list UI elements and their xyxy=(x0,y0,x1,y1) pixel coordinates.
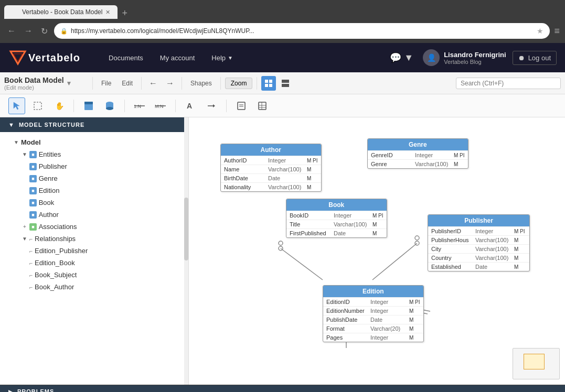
svg-rect-3 xyxy=(269,80,272,83)
publisher-row-3: City Varchar(100) M xyxy=(428,244,529,253)
forward-button[interactable]: → xyxy=(22,24,35,38)
publisher-icon: ■ xyxy=(29,163,37,170)
entities-collapse-icon[interactable]: ▼ xyxy=(21,151,28,158)
author-table[interactable]: Author AuthorID Integer M PI Name Varcha… xyxy=(220,144,322,192)
nav-help[interactable]: Help ▼ xyxy=(204,50,240,66)
pan-tool[interactable]: ✋ xyxy=(50,97,67,114)
publisher-table[interactable]: Publisher PublisherID Integer M PI Publi… xyxy=(428,214,530,271)
sidebar-item-model[interactable]: ▼ Model xyxy=(0,136,188,148)
undo-button[interactable]: ← xyxy=(146,77,161,90)
text-tool[interactable]: A xyxy=(182,97,199,114)
sidebar-content: ▼ Model ▼ ■ Entities ■ Publisher ■ xyxy=(0,132,188,297)
close-tab-button[interactable]: ✕ xyxy=(105,9,110,16)
user-area: 💬 ▼ 👤 Lisandro Fernigrini Vertabelo Blog… xyxy=(387,49,557,67)
sep3 xyxy=(182,77,182,90)
tab-bar: Vertabelo - Book Data Model ✕ + xyxy=(0,0,565,19)
view-toggle-2[interactable] xyxy=(278,76,293,91)
draw-sep4 xyxy=(226,100,227,112)
nav-my-account[interactable]: My account xyxy=(153,50,202,66)
sidebar-item-entities[interactable]: ▼ ■ Entities xyxy=(0,148,188,160)
address-bar[interactable]: 🔒 https://my.vertabelo.com/logical/model… xyxy=(54,23,550,39)
sidebar-scrollbar[interactable] xyxy=(184,117,188,385)
sidebar-item-relationships[interactable]: ▼ ⌐ Relationships xyxy=(0,233,188,245)
edit-button[interactable]: Edit xyxy=(118,78,137,89)
hand-icon: ✋ xyxy=(54,101,63,111)
back-button[interactable]: ← xyxy=(5,24,18,38)
canvas[interactable]: Author AuthorID Integer M PI Name Varcha… xyxy=(189,117,565,385)
relationships-label: Relationships xyxy=(35,235,76,243)
messages-button[interactable]: 💬 ▼ xyxy=(387,49,417,67)
vertabelo-logo xyxy=(8,48,27,67)
zoom-button[interactable]: Zoom xyxy=(225,78,253,89)
book-table-header: Book xyxy=(286,199,387,211)
reload-button[interactable]: ↻ xyxy=(39,24,50,38)
svg-point-31 xyxy=(279,246,283,251)
sidebar-item-edition[interactable]: ■ Edition xyxy=(0,184,188,197)
text-icon: A xyxy=(186,101,195,111)
sidebar-item-genre[interactable]: ■ Genre xyxy=(0,172,188,184)
sidebar-item-publisher[interactable]: ■ Publisher xyxy=(0,160,188,172)
sidebar-expand-icon[interactable]: ▼ xyxy=(8,122,15,128)
svg-text:A: A xyxy=(187,102,192,110)
problems-expand-icon[interactable]: ▶ xyxy=(8,389,13,393)
file-button[interactable]: File xyxy=(97,78,115,89)
cursor-icon xyxy=(12,101,22,111)
sidebar-item-book-author[interactable]: ⌐ Book_Author xyxy=(0,281,188,293)
redo-button[interactable]: → xyxy=(163,77,177,90)
bookmark-icon[interactable]: ★ xyxy=(537,27,543,35)
sidebar-item-associations[interactable]: + ■ Associations xyxy=(0,221,188,233)
entity-tool[interactable] xyxy=(80,97,97,114)
svg-rect-2 xyxy=(265,80,268,83)
sidebar-item-edition-publisher[interactable]: ⌐ Edition_Publisher xyxy=(0,245,188,257)
minimap[interactable] xyxy=(513,348,560,379)
sidebar-item-author[interactable]: ■ Author xyxy=(0,209,188,221)
search-input[interactable] xyxy=(456,78,561,89)
relation-1n-tool[interactable]: 1:N xyxy=(131,97,148,114)
problems-bar[interactable]: ▶ PROBLEMS xyxy=(0,385,565,392)
lasso-tool[interactable] xyxy=(29,97,46,114)
svg-rect-5 xyxy=(269,84,272,87)
genre-table[interactable]: Genre GenreID Integer M PI Genre Varchar… xyxy=(367,138,468,169)
shapes-button[interactable]: Shapes xyxy=(186,78,216,89)
view-toggle-1[interactable] xyxy=(261,76,276,91)
collapse-icon[interactable]: ▼ xyxy=(13,139,20,146)
draw-sep3 xyxy=(175,100,176,112)
app-nav: Documents My account Help ▼ xyxy=(91,50,376,66)
rel-icon-1: ⌐ xyxy=(29,248,33,254)
url-text: https://my.vertabelo.com/logical/model/E… xyxy=(71,27,534,35)
relationships-collapse-icon[interactable]: ▼ xyxy=(21,235,28,243)
app-header: Vertabelo Documents My account Help ▼ 💬 … xyxy=(0,43,565,72)
rel-icon-3: ⌐ xyxy=(29,272,33,278)
pattern-tool[interactable] xyxy=(254,97,271,114)
cylinder-icon xyxy=(105,101,114,111)
active-tab[interactable]: Vertabelo - Book Data Model ✕ xyxy=(4,5,118,19)
publisher-label: Publisher xyxy=(39,162,67,170)
power-icon: ⏺ xyxy=(518,54,525,62)
new-tab-button[interactable]: + xyxy=(118,8,132,19)
tab-favicon xyxy=(12,8,19,16)
svg-point-34 xyxy=(415,241,419,245)
sidebar-item-edition-book[interactable]: ⌐ Edition_Book xyxy=(0,257,188,269)
main-layout: ▼ MODEL STRUCTURE ▼ Model ▼ ■ Entities ■ xyxy=(0,117,565,385)
edition-label: Edition xyxy=(39,187,60,194)
author-row-1: AuthorID Integer M PI xyxy=(221,156,321,165)
svg-line-33 xyxy=(372,243,417,280)
sidebar-item-book-subject[interactable]: ⌐ Book_Subject xyxy=(0,269,188,281)
browser-menu-button[interactable]: ≡ xyxy=(554,26,560,37)
sep5 xyxy=(257,77,257,90)
author-row-3: BirthDate Date M xyxy=(221,173,321,182)
edition-table[interactable]: Edition EditionID Integer M PI EditionNu… xyxy=(323,285,424,342)
book-row-1: BookID Integer M PI xyxy=(286,211,387,220)
select-tool[interactable] xyxy=(8,97,25,114)
nav-documents[interactable]: Documents xyxy=(101,50,151,66)
model-dropdown-icon[interactable]: ▼ xyxy=(66,80,72,87)
model-label: Model xyxy=(21,138,41,146)
associations-collapse-icon[interactable]: + xyxy=(21,223,28,231)
arrow-tool[interactable] xyxy=(203,97,220,114)
book-table[interactable]: Book BookID Integer M PI Title Varchar(1… xyxy=(286,199,387,238)
note-tool[interactable] xyxy=(233,97,250,114)
relation-mn-tool[interactable]: M:N xyxy=(152,97,169,114)
logout-button[interactable]: ⏺ Log out xyxy=(513,51,557,65)
entity-tool-2[interactable] xyxy=(101,97,118,114)
sidebar-item-book[interactable]: ■ Book xyxy=(0,197,188,209)
